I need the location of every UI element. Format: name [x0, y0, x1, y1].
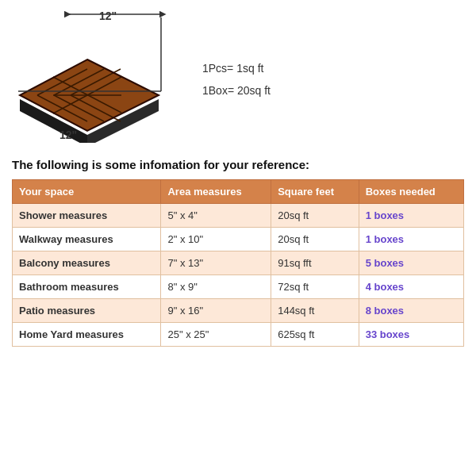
cell-area: 25" x 25": [161, 322, 271, 346]
box-info: 1Box= 20sq ft: [202, 79, 464, 102]
cell-area: 5" x 4": [161, 203, 271, 227]
col-header-boxes: Boxes needed: [359, 179, 463, 203]
top-section: 12" 12" 1Pcs= 1sq ft 1Box= 20sq ft: [12, 8, 464, 151]
cell-space: Shower measures: [13, 203, 161, 227]
table-row: Patio measures9" x 16"144sq ft8 boxes: [13, 298, 464, 322]
cell-area: 8" x 9": [161, 274, 271, 298]
cell-boxes: 33 boxes: [359, 322, 463, 346]
product-info: 1Pcs= 1sq ft 1Box= 20sq ft: [186, 57, 464, 102]
tile-illustration: [12, 8, 171, 143]
cell-space: Walkway measures: [13, 227, 161, 251]
table-row: Balcony measures7" x 13"91sq fft5 boxes: [13, 251, 464, 274]
cell-sqft: 20sq ft: [271, 227, 359, 251]
cell-sqft: 20sq ft: [271, 203, 359, 227]
cell-space: Bathroom measures: [13, 274, 161, 298]
cell-sqft: 91sq fft: [271, 251, 359, 274]
dim-top-text: 12": [99, 10, 117, 22]
pcs-info: 1Pcs= 1sq ft: [202, 57, 464, 79]
cell-sqft: 144sq ft: [271, 298, 359, 322]
cell-area: 2" x 10": [161, 227, 271, 251]
cell-space: Balcony measures: [13, 251, 161, 274]
cell-boxes: 1 boxes: [359, 203, 463, 227]
tile-diagram: 12" 12": [12, 8, 186, 151]
table-row: Bathroom measures8" x 9"72sq ft4 boxes: [13, 274, 464, 298]
cell-space: Patio measures: [13, 298, 161, 322]
col-header-area: Area measures: [161, 179, 271, 203]
reference-heading: The following is some infomation for you…: [12, 157, 464, 173]
page-container: 12" 12" 1Pcs= 1sq ft 1Box= 20sq ft The f…: [0, 0, 476, 476]
col-header-sqft: Square feet: [271, 179, 359, 203]
cell-sqft: 625sq ft: [271, 322, 359, 346]
cell-boxes: 8 boxes: [359, 298, 463, 322]
table-header-row: Your space Area measures Square feet Box…: [13, 179, 464, 203]
table-row: Home Yard measures25" x 25"625sq ft33 bo…: [13, 322, 464, 346]
cell-boxes: 4 boxes: [359, 274, 463, 298]
cell-space: Home Yard measures: [13, 322, 161, 346]
cell-area: 9" x 16": [161, 298, 271, 322]
table-row: Walkway measures2" x 10"20sq ft1 boxes: [13, 227, 464, 251]
cell-area: 7" x 13": [161, 251, 271, 274]
dim-bottom-text: 12": [60, 129, 77, 141]
reference-table: Your space Area measures Square feet Box…: [12, 179, 464, 347]
cell-sqft: 72sq ft: [271, 274, 359, 298]
table-row: Shower measures5" x 4"20sq ft1 boxes: [13, 203, 464, 227]
heading-section: The following is some infomation for you…: [12, 157, 464, 173]
cell-boxes: 5 boxes: [359, 251, 463, 274]
col-header-space: Your space: [13, 179, 161, 203]
cell-boxes: 1 boxes: [359, 227, 463, 251]
